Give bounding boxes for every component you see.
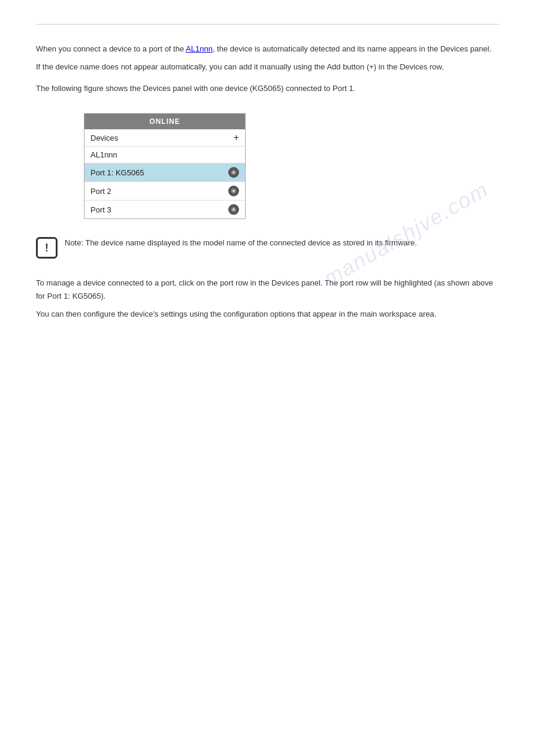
bottom-paragraph-2: You can then configure the device's sett… <box>36 308 499 321</box>
port2-row[interactable]: Port 2 <box>84 182 245 201</box>
al1nnn-row[interactable]: AL1nnn <box>84 147 245 163</box>
top-divider <box>36 24 499 25</box>
bottom-content: To manage a device connected to a port, … <box>36 277 499 321</box>
paragraph-1-1: When you connect a device to a port of t… <box>36 42 499 56</box>
svg-point-5 <box>232 208 235 211</box>
devices-row[interactable]: Devices + <box>84 129 245 147</box>
text-block-2: The following figure shows the Devices p… <box>36 82 499 95</box>
panel-header: ONLINE <box>84 114 245 129</box>
add-device-icon[interactable]: + <box>234 133 239 142</box>
watermark: manualshjve.com <box>319 177 493 291</box>
al1nnn-row-label: AL1nnn <box>90 150 117 159</box>
bottom-paragraph-1: To manage a device connected to a port, … <box>36 277 499 303</box>
panel-header-label: ONLINE <box>149 117 180 126</box>
port1-edit-icon <box>228 167 239 178</box>
devices-panel: ONLINE Devices + AL1nnn Port 1: KG5065 <box>84 113 246 219</box>
text-block-1: When you connect a device to a port of t… <box>36 42 499 74</box>
notice-text: Note: The device name displayed is the m… <box>65 237 417 250</box>
paragraph-2-1: The following figure shows the Devices p… <box>36 82 499 95</box>
al1nnn-link[interactable]: AL1nnn <box>186 44 213 53</box>
notice-icon-char: ! <box>45 242 49 254</box>
notice-area: ! Note: The device name displayed is the… <box>36 237 499 259</box>
port2-row-label: Port 2 <box>90 187 111 196</box>
port3-row[interactable]: Port 3 <box>84 201 245 218</box>
port1-row[interactable]: Port 1: KG5065 <box>84 163 245 182</box>
port3-edit-icon <box>228 204 239 215</box>
bottom-text-block-1: To manage a device connected to a port, … <box>36 277 499 321</box>
content-area: When you connect a device to a port of t… <box>36 42 499 95</box>
devices-row-label: Devices <box>90 133 118 142</box>
svg-point-1 <box>232 171 235 174</box>
paragraph-1-2: If the device name does not appear autom… <box>36 60 499 74</box>
page-container: manualshjve.com When you connect a devic… <box>0 0 535 756</box>
notice-icon: ! <box>36 237 58 259</box>
port3-row-label: Port 3 <box>90 205 111 214</box>
svg-point-3 <box>232 190 235 192</box>
port1-row-label: Port 1: KG5065 <box>90 168 144 177</box>
panel-wrapper: ONLINE Devices + AL1nnn Port 1: KG5065 <box>84 113 246 219</box>
port2-edit-icon <box>228 186 239 196</box>
